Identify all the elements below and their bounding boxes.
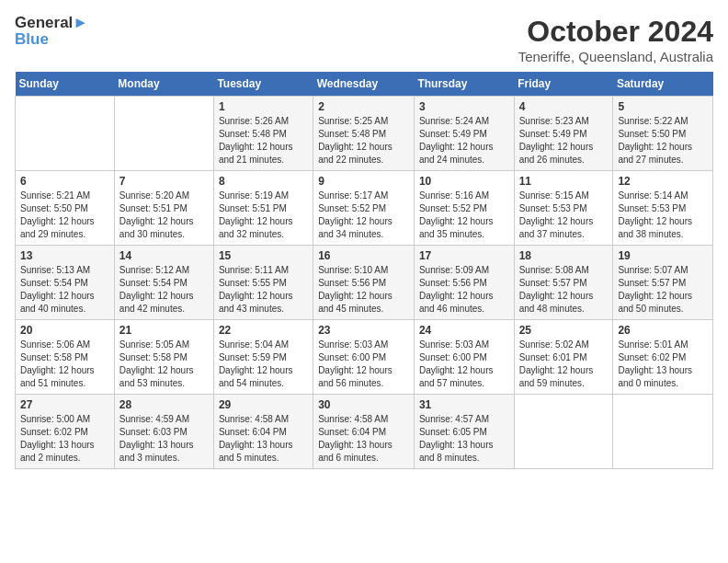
day-number: 3 (419, 100, 509, 113)
header-monday: Monday (114, 72, 213, 97)
month-title: October 2024 (518, 15, 713, 49)
day-cell: 31Sunrise: 4:57 AM Sunset: 6:05 PM Dayli… (414, 395, 514, 469)
day-info: Sunrise: 5:01 AM Sunset: 6:02 PM Dayligh… (618, 339, 708, 390)
day-number: 11 (519, 175, 609, 188)
day-number: 19 (618, 249, 708, 262)
day-number: 5 (618, 100, 708, 113)
day-cell (114, 97, 213, 171)
day-number: 8 (219, 175, 308, 188)
day-info: Sunrise: 5:11 AM Sunset: 5:55 PM Dayligh… (219, 264, 308, 316)
day-number: 9 (318, 175, 409, 188)
day-info: Sunrise: 5:24 AM Sunset: 5:49 PM Dayligh… (419, 115, 509, 167)
logo: General► Blue (15, 15, 88, 49)
day-number: 22 (219, 324, 308, 337)
week-row-5: 27Sunrise: 5:00 AM Sunset: 6:02 PM Dayli… (16, 395, 713, 469)
day-cell: 23Sunrise: 5:03 AM Sunset: 6:00 PM Dayli… (313, 320, 415, 395)
day-info: Sunrise: 5:07 AM Sunset: 5:57 PM Dayligh… (618, 264, 708, 316)
day-cell: 21Sunrise: 5:05 AM Sunset: 5:58 PM Dayli… (114, 320, 213, 395)
day-info: Sunrise: 4:58 AM Sunset: 6:04 PM Dayligh… (219, 413, 308, 465)
day-number: 12 (618, 175, 708, 188)
day-cell: 19Sunrise: 5:07 AM Sunset: 5:57 PM Dayli… (613, 246, 713, 320)
day-cell: 8Sunrise: 5:19 AM Sunset: 5:51 PM Daylig… (213, 171, 313, 246)
title-block: October 2024 Teneriffe, Queensland, Aust… (518, 15, 713, 64)
day-number: 13 (20, 249, 109, 262)
page-header: General► Blue October 2024 Teneriffe, Qu… (15, 15, 713, 64)
day-info: Sunrise: 5:25 AM Sunset: 5:48 PM Dayligh… (318, 115, 409, 167)
day-info: Sunrise: 5:12 AM Sunset: 5:54 PM Dayligh… (119, 264, 209, 316)
day-cell: 3Sunrise: 5:24 AM Sunset: 5:49 PM Daylig… (414, 97, 514, 171)
day-cell: 11Sunrise: 5:15 AM Sunset: 5:53 PM Dayli… (514, 171, 613, 246)
header-thursday: Thursday (414, 72, 514, 97)
day-info: Sunrise: 5:08 AM Sunset: 5:57 PM Dayligh… (519, 264, 609, 316)
day-cell: 5Sunrise: 5:22 AM Sunset: 5:50 PM Daylig… (613, 97, 713, 171)
day-cell: 29Sunrise: 4:58 AM Sunset: 6:04 PM Dayli… (213, 395, 313, 469)
week-row-1: 1Sunrise: 5:26 AM Sunset: 5:48 PM Daylig… (16, 97, 713, 171)
day-info: Sunrise: 5:05 AM Sunset: 5:58 PM Dayligh… (119, 339, 209, 390)
day-info: Sunrise: 5:16 AM Sunset: 5:52 PM Dayligh… (419, 190, 509, 241)
day-number: 4 (519, 100, 609, 113)
day-info: Sunrise: 4:57 AM Sunset: 6:05 PM Dayligh… (419, 413, 509, 465)
day-number: 25 (519, 324, 609, 337)
day-number: 27 (20, 398, 109, 411)
day-info: Sunrise: 5:03 AM Sunset: 6:00 PM Dayligh… (318, 339, 409, 390)
day-cell (514, 395, 613, 469)
header-saturday: Saturday (613, 72, 713, 97)
calendar-header-row: SundayMondayTuesdayWednesdayThursdayFrid… (16, 72, 713, 97)
week-row-3: 13Sunrise: 5:13 AM Sunset: 5:54 PM Dayli… (16, 246, 713, 320)
day-number: 2 (318, 100, 409, 113)
day-info: Sunrise: 5:15 AM Sunset: 5:53 PM Dayligh… (519, 190, 609, 241)
day-number: 30 (318, 398, 409, 411)
day-cell: 13Sunrise: 5:13 AM Sunset: 5:54 PM Dayli… (16, 246, 115, 320)
day-info: Sunrise: 5:02 AM Sunset: 6:01 PM Dayligh… (519, 339, 609, 390)
header-wednesday: Wednesday (313, 72, 415, 97)
day-number: 6 (20, 175, 109, 188)
day-info: Sunrise: 5:22 AM Sunset: 5:50 PM Dayligh… (618, 115, 708, 167)
day-info: Sunrise: 5:13 AM Sunset: 5:54 PM Dayligh… (20, 264, 109, 316)
day-cell (613, 395, 713, 469)
day-cell: 10Sunrise: 5:16 AM Sunset: 5:52 PM Dayli… (414, 171, 514, 246)
day-cell: 20Sunrise: 5:06 AM Sunset: 5:58 PM Dayli… (16, 320, 115, 395)
header-sunday: Sunday (16, 72, 115, 97)
day-cell: 15Sunrise: 5:11 AM Sunset: 5:55 PM Dayli… (213, 246, 313, 320)
week-row-4: 20Sunrise: 5:06 AM Sunset: 5:58 PM Dayli… (16, 320, 713, 395)
day-info: Sunrise: 5:23 AM Sunset: 5:49 PM Dayligh… (519, 115, 609, 167)
week-row-2: 6Sunrise: 5:21 AM Sunset: 5:50 PM Daylig… (16, 171, 713, 246)
day-number: 14 (119, 249, 209, 262)
location-title: Teneriffe, Queensland, Australia (518, 49, 713, 64)
header-tuesday: Tuesday (213, 72, 313, 97)
day-cell: 22Sunrise: 5:04 AM Sunset: 5:59 PM Dayli… (213, 320, 313, 395)
day-info: Sunrise: 4:58 AM Sunset: 6:04 PM Dayligh… (318, 413, 409, 465)
day-cell: 24Sunrise: 5:03 AM Sunset: 6:00 PM Dayli… (414, 320, 514, 395)
day-info: Sunrise: 5:20 AM Sunset: 5:51 PM Dayligh… (119, 190, 209, 241)
calendar-body: 1Sunrise: 5:26 AM Sunset: 5:48 PM Daylig… (16, 97, 713, 469)
day-cell: 16Sunrise: 5:10 AM Sunset: 5:56 PM Dayli… (313, 246, 415, 320)
day-number: 31 (419, 398, 509, 411)
day-cell: 26Sunrise: 5:01 AM Sunset: 6:02 PM Dayli… (613, 320, 713, 395)
day-cell: 28Sunrise: 4:59 AM Sunset: 6:03 PM Dayli… (114, 395, 213, 469)
day-info: Sunrise: 5:09 AM Sunset: 5:56 PM Dayligh… (419, 264, 509, 316)
day-info: Sunrise: 5:00 AM Sunset: 6:02 PM Dayligh… (20, 413, 109, 465)
day-number: 10 (419, 175, 509, 188)
day-info: Sunrise: 5:10 AM Sunset: 5:56 PM Dayligh… (318, 264, 409, 316)
logo-blue: Blue (15, 30, 49, 49)
day-number: 24 (419, 324, 509, 337)
day-cell: 27Sunrise: 5:00 AM Sunset: 6:02 PM Dayli… (16, 395, 115, 469)
day-cell: 25Sunrise: 5:02 AM Sunset: 6:01 PM Dayli… (514, 320, 613, 395)
day-cell: 1Sunrise: 5:26 AM Sunset: 5:48 PM Daylig… (213, 97, 313, 171)
day-number: 21 (119, 324, 209, 337)
day-info: Sunrise: 5:21 AM Sunset: 5:50 PM Dayligh… (20, 190, 109, 241)
day-number: 17 (419, 249, 509, 262)
day-number: 15 (219, 249, 308, 262)
day-cell (16, 97, 115, 171)
day-info: Sunrise: 5:19 AM Sunset: 5:51 PM Dayligh… (219, 190, 308, 241)
day-cell: 18Sunrise: 5:08 AM Sunset: 5:57 PM Dayli… (514, 246, 613, 320)
day-cell: 7Sunrise: 5:20 AM Sunset: 5:51 PM Daylig… (114, 171, 213, 246)
day-number: 26 (618, 324, 708, 337)
day-number: 16 (318, 249, 409, 262)
day-number: 20 (20, 324, 109, 337)
day-cell: 9Sunrise: 5:17 AM Sunset: 5:52 PM Daylig… (313, 171, 415, 246)
day-number: 28 (119, 398, 209, 411)
day-info: Sunrise: 5:17 AM Sunset: 5:52 PM Dayligh… (318, 190, 409, 241)
day-cell: 6Sunrise: 5:21 AM Sunset: 5:50 PM Daylig… (16, 171, 115, 246)
day-number: 7 (119, 175, 209, 188)
